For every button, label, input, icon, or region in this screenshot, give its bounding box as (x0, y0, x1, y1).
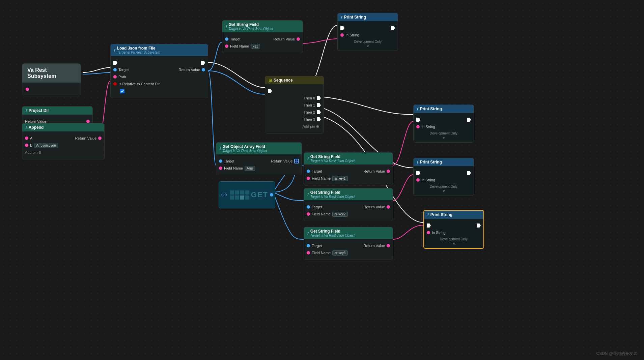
pin-left: Field Name arrkey1 (307, 176, 348, 181)
relative-checkbox[interactable] (120, 89, 124, 93)
target-label: Target (312, 244, 322, 248)
exec-in (113, 61, 117, 65)
pin-right: Return Value (271, 159, 299, 163)
node-body (22, 83, 81, 96)
field-name-label: Field Name (230, 44, 249, 48)
append-node: f Append A Return Value B ArrJson.Json A… (22, 123, 105, 159)
node-title: Get String Field (229, 22, 273, 27)
field-value[interactable]: ke1 (251, 44, 260, 49)
in-string-label: In String (432, 231, 446, 235)
then2-pin (317, 110, 321, 114)
node-header: f Get String Field Target is Va Rest Jso… (222, 21, 303, 32)
node-subtitle: Target is Va Rest Subsystem (117, 51, 160, 54)
then3-row: Then 3 (268, 116, 321, 122)
pin-left: Target (225, 37, 241, 41)
exec-row (416, 170, 471, 176)
then3-pin (317, 117, 321, 121)
node-subtitle: Target is Va Rest Json Object (229, 27, 273, 31)
field-name-pin (219, 167, 222, 170)
sequence-node: ⊞ Sequence Then 0 Then 1 Then 2 Then 3 A… (265, 76, 324, 133)
field-name-row: Field Name Arrs (219, 165, 299, 171)
relative-pin (113, 82, 117, 86)
b-value[interactable]: ArrJson.Json (34, 143, 58, 148)
dev-only-label: Development Only (427, 237, 481, 242)
return-pin (387, 244, 390, 247)
get-output-pin (270, 193, 273, 197)
exec-in (416, 118, 420, 122)
pin-left: Field Name arrkey2 (307, 212, 348, 217)
node-title: Va Rest Subsystem (26, 65, 58, 81)
in-string-row: In String (416, 177, 471, 183)
node-title: Get String Field (310, 154, 355, 159)
pin-left: Target (113, 68, 129, 72)
field-name-label: Field Name (224, 166, 243, 170)
target-label: Target (312, 205, 322, 209)
pin-row-a: A Return Value (25, 135, 102, 141)
return-label: Return Value (271, 159, 292, 163)
pin-right: Return Value (75, 136, 102, 140)
get-node: ⊙ 0 GET (219, 181, 275, 208)
target-pin (307, 170, 310, 173)
in-string-label: In String (421, 178, 435, 182)
in-string-label: In String (421, 125, 435, 129)
field-name-row: Field Name arrkey3 (307, 250, 390, 256)
field-name-pin (307, 212, 310, 216)
field-name-label: Field Name (312, 212, 331, 216)
return-label: Return Value (364, 169, 385, 173)
pin-label: B (30, 143, 32, 147)
header-text: Get Object Array Field Target is Va Rest… (223, 144, 267, 153)
target-pin (225, 37, 228, 41)
pin-right: Return Value (364, 244, 390, 248)
field-value[interactable]: arrkey2 (332, 212, 347, 217)
chevron: ∨ (427, 242, 481, 245)
target-row: Target Return Value (307, 204, 390, 210)
get-object-array-node: f Get Object Array Field Target is Va Re… (216, 142, 302, 175)
then0-row: Then 0 (268, 95, 321, 101)
node-header: f Print String (414, 105, 474, 113)
pin-row (26, 86, 77, 92)
target-pin (219, 159, 222, 163)
exec-in (427, 223, 431, 228)
field-name-row: Field Name arrkey1 (307, 175, 390, 181)
pin-row-b: B ArrJson.Json (25, 142, 102, 148)
node-header: f Print String (414, 158, 474, 166)
load-json-node: f Load Json from File Target is Va Rest … (110, 44, 208, 98)
field-value[interactable]: arrkey3 (332, 250, 347, 256)
dev-only-label: Development Only (340, 39, 395, 44)
node-subtitle: Target is Va Rest Json Object (310, 195, 355, 199)
pin-left: Field Name ke1 (225, 44, 260, 49)
dev-only-label: Development Only (416, 131, 471, 136)
get-string-field-3-node: f Get String Field Target is Va Rest Jso… (304, 188, 393, 221)
pin-left: Target (307, 169, 322, 173)
path-row: Path (113, 74, 205, 80)
node-body: A Return Value B ArrJson.Json Add pin ⊕ (22, 131, 104, 159)
node-body: In String Development Only ∨ (424, 219, 483, 248)
header-text: Get String Field Target is Va Rest Json … (310, 190, 355, 199)
grid-cell (230, 190, 234, 194)
exec-out (201, 61, 205, 65)
node-title: Print String (420, 107, 442, 111)
grid-cell (230, 196, 234, 200)
node-subtitle: Target is Va Rest Json Object (310, 159, 355, 163)
exec-out (477, 223, 481, 228)
pin-left: Field Name arrkey3 (307, 250, 348, 256)
header-text: Get String Field Target is Va Rest Json … (229, 22, 273, 31)
node-title: Print String (344, 15, 366, 20)
field-value[interactable]: Arrs (245, 166, 255, 171)
node-body: In String Development Only ∨ (414, 166, 474, 196)
node-header: f Get String Field Target is Va Rest Jso… (304, 153, 393, 164)
node-body: Target Return Value Field Name ke1 (222, 32, 303, 53)
node-subtitle: Target is Va Rest Json Object (310, 234, 355, 237)
exec-in (268, 89, 272, 93)
exec-row (416, 117, 471, 123)
field-value[interactable]: arrkey1 (332, 176, 347, 181)
target-label: Target (312, 169, 322, 173)
get-index-label: ⊙ 0 (221, 193, 227, 197)
get-label: GET (251, 190, 268, 199)
va-rest-subsystem-node: Va Rest Subsystem (22, 63, 81, 96)
node-body: Target Return Value Path Is Relative to … (111, 56, 208, 98)
header-text: Load Json from File Target is Va Rest Su… (117, 46, 160, 54)
grid-cell (240, 190, 244, 194)
grid-cell (240, 196, 244, 200)
exec-in (340, 26, 344, 30)
